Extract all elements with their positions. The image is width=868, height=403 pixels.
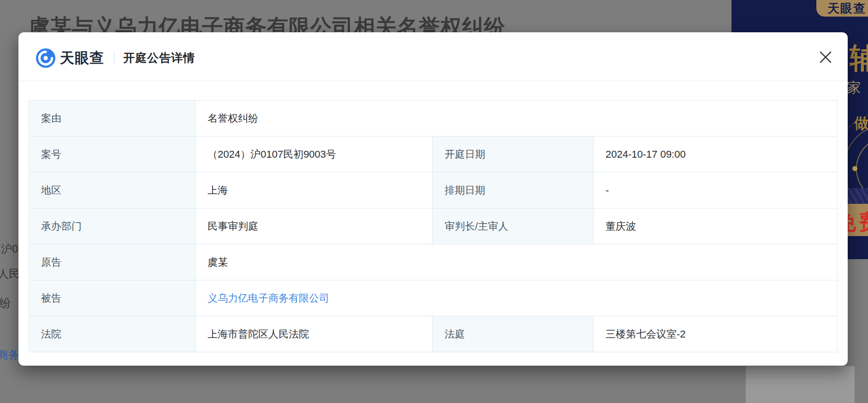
dialog-header: 天眼查 开庭公告详情 [18, 32, 848, 81]
banner-subline-fragment: 家 各 [847, 78, 868, 97]
table-row-region: 地区 上海 排期日期 - [29, 172, 837, 208]
page-background: 虞某与义乌力亿电子商务有限公司相关名誉权纠纷 沪0 人民 纷 商务 天眼查 辅 … [0, 0, 868, 403]
case-number-label: 案号 [29, 136, 195, 172]
tianyancha-badge: 天眼查 [816, 0, 868, 17]
table-row-defendant: 被告 义乌力亿电子商务有限公司 [29, 280, 837, 316]
judge-label: 审判长/主审人 [432, 208, 593, 244]
table-row-court: 法院 上海市普陀区人民法院 法庭 三楼第七会议室-2 [29, 316, 837, 352]
table-row-case-reason: 案由 名誉权纠纷 [29, 101, 837, 136]
background-link-fragment: 商务 [0, 348, 19, 362]
courtroom-value: 三楼第七会议室-2 [593, 316, 837, 352]
schedule-date-label: 排期日期 [432, 172, 593, 208]
dialog-title: 开庭公告详情 [123, 50, 195, 65]
case-reason-value: 名誉权纠纷 [195, 101, 837, 136]
background-panel [746, 366, 855, 403]
tianyancha-logo-icon [36, 48, 55, 68]
judge-value: 董庆波 [593, 208, 837, 244]
schedule-date-value: - [593, 172, 837, 208]
case-reason-label: 案由 [29, 101, 195, 136]
plaintiff-value: 虞某 [195, 244, 837, 280]
close-button[interactable] [816, 48, 835, 66]
defendant-value: 义乌力亿电子商务有限公司 [195, 280, 837, 316]
region-value: 上海 [195, 172, 432, 208]
table-row-case-number: 案号 （2024）沪0107民初9003号 开庭日期 2024-10-17 09… [29, 136, 837, 172]
plaintiff-label: 原告 [29, 244, 195, 280]
department-value: 民事审判庭 [195, 208, 432, 244]
background-text-fragment: 人民 [0, 267, 20, 281]
brand-name: 天眼查 [60, 48, 104, 68]
courtroom-label: 法庭 [432, 316, 593, 352]
region-label: 地区 [29, 172, 195, 208]
background-text-fragment: 沪0 [1, 242, 18, 256]
court-value: 上海市普陀区人民法院 [195, 316, 432, 352]
table-row-plaintiff: 原告 虞某 [29, 244, 837, 280]
hearing-date-label: 开庭日期 [432, 136, 593, 172]
department-label: 承办部门 [29, 208, 195, 244]
defendant-label: 被告 [29, 280, 195, 316]
background-text-fragment: 纷 [0, 295, 11, 311]
hearing-detail-table: 案由 名誉权纠纷 案号 （2024）沪0107民初9003号 开庭日期 2024… [29, 100, 838, 352]
case-number-value: （2024）沪0107民初9003号 [195, 136, 432, 172]
close-icon [818, 50, 833, 65]
hearing-date-value: 2024-10-17 09:00 [593, 136, 837, 172]
banner-radar-dot [852, 166, 857, 171]
table-row-department: 承办部门 民事审判庭 审判长/主审人 董庆波 [29, 208, 837, 244]
court-label: 法院 [29, 316, 195, 352]
banner-headline-fragment: 辅 [850, 39, 868, 77]
defendant-company-link[interactable]: 义乌力亿电子商务有限公司 [208, 291, 329, 305]
header-divider [114, 52, 114, 64]
hearing-detail-dialog: 天眼查 开庭公告详情 案由 名誉权纠纷 案号 （2024）沪0107民初9003… [18, 32, 848, 366]
